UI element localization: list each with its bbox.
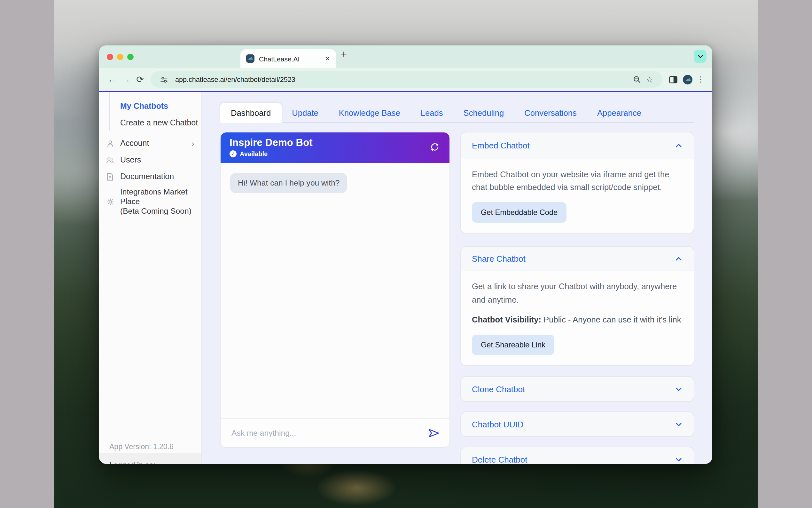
share-chatbot-body: Get a link to share your Chatbot with an… bbox=[461, 271, 694, 365]
tab-title: ChatLease.AI bbox=[259, 55, 325, 62]
share-description: Get a link to share your Chatbot with an… bbox=[472, 281, 683, 306]
embed-chatbot-body: Embed Chatbot on your website via iframe… bbox=[461, 159, 694, 233]
sidebar-item-users[interactable]: Users bbox=[99, 152, 201, 168]
get-embeddable-code-button[interactable]: Get Embeddable Code bbox=[472, 203, 567, 223]
site-favicon-icon bbox=[246, 54, 254, 63]
embed-description: Embed Chatbot on your website via iframe… bbox=[472, 168, 683, 194]
bot-message-bubble: Hi! What can I help you with? bbox=[230, 173, 347, 193]
chevron-down-icon bbox=[674, 420, 683, 428]
chevron-up-icon bbox=[674, 141, 683, 150]
get-shareable-link-button[interactable]: Get Shareable Link bbox=[472, 335, 554, 355]
chat-input[interactable] bbox=[230, 428, 428, 438]
browser-window: ChatLease.AI × + ← → ⟳ app.chatlease.ai/… bbox=[99, 45, 712, 464]
side-panel-icon[interactable] bbox=[666, 75, 680, 84]
delete-chatbot-header[interactable]: Delete Chatbot bbox=[461, 447, 694, 464]
screenshot-root: ChatLease.AI × + ← → ⟳ app.chatlease.ai/… bbox=[0, 0, 812, 508]
tab-dashboard[interactable]: Dashboard bbox=[220, 103, 282, 123]
status-text: Available bbox=[240, 151, 268, 157]
tab-search-chevron-button[interactable] bbox=[694, 50, 707, 63]
sidebar-item-account[interactable]: Account › bbox=[99, 135, 201, 152]
tab-leads[interactable]: Leads bbox=[411, 103, 453, 122]
browser-menu-icon[interactable]: ⋮ bbox=[695, 75, 707, 84]
chat-header: Inspire Demo Bot ✓ Available bbox=[221, 132, 449, 163]
window-minimize-button[interactable] bbox=[117, 54, 124, 60]
embed-chatbot-header[interactable]: Embed Chatbot bbox=[461, 132, 694, 159]
users-icon bbox=[105, 156, 114, 164]
browser-tab-strip: ChatLease.AI × + bbox=[99, 45, 712, 68]
sidebar: My Chatbots Create a new Chatbot Account… bbox=[99, 92, 202, 464]
tab-conversations[interactable]: Conversations bbox=[514, 103, 587, 122]
send-icon[interactable] bbox=[428, 428, 440, 438]
window-close-button[interactable] bbox=[107, 54, 113, 60]
site-settings-icon[interactable] bbox=[157, 75, 170, 84]
visibility-line: Chatbot Visibility: Public - Anyone can … bbox=[472, 313, 683, 326]
integrations-label: Integrations Market Place bbox=[120, 187, 188, 206]
tab-knowledge-base[interactable]: Knowledge Base bbox=[329, 103, 411, 122]
new-tab-button[interactable]: + bbox=[341, 49, 347, 60]
chat-messages: Hi! What can I help you with? bbox=[221, 163, 449, 418]
address-bar[interactable]: app.chatlease.ai/en/chatbot/detail/2523 … bbox=[151, 71, 662, 88]
visibility-label: Chatbot Visibility: bbox=[472, 315, 541, 324]
window-zoom-button[interactable] bbox=[127, 54, 134, 60]
chevron-up-icon bbox=[674, 255, 683, 263]
chevron-down-icon bbox=[697, 53, 704, 60]
share-chatbot-card: Share Chatbot Get a link to share your C… bbox=[460, 247, 695, 366]
window-controls bbox=[107, 54, 134, 60]
chatbot-uuid-header[interactable]: Chatbot UUID bbox=[461, 412, 694, 436]
logged-in-text: Logged in as: bbox=[109, 461, 155, 464]
sidebar-item-my-chatbots[interactable]: My Chatbots bbox=[99, 98, 201, 115]
browser-toolbar: ← → ⟳ app.chatlease.ai/en/chatbot/detail… bbox=[99, 68, 712, 91]
sidebar-footer: Logged in as: bbox=[99, 453, 201, 464]
clone-chatbot-header[interactable]: Clone Chatbot bbox=[461, 377, 694, 401]
share-chatbot-header[interactable]: Share Chatbot bbox=[461, 247, 694, 271]
embed-chatbot-card: Embed Chatbot Embed Chatbot on your webs… bbox=[460, 132, 695, 234]
sidebar-item-create-chatbot[interactable]: Create a new Chatbot bbox=[99, 115, 201, 131]
chevron-right-icon: › bbox=[191, 139, 194, 147]
back-icon[interactable]: ← bbox=[105, 75, 119, 84]
chatbot-uuid-card: Chatbot UUID bbox=[460, 411, 695, 437]
actions-column: Embed Chatbot Embed Chatbot on your webs… bbox=[460, 132, 695, 464]
bot-name: Inspire Demo Bot bbox=[230, 137, 440, 149]
dashboard-columns: Inspire Demo Bot ✓ Available Hi! What ca… bbox=[220, 132, 695, 464]
document-icon bbox=[105, 172, 114, 181]
url-text[interactable]: app.chatlease.ai/en/chatbot/detail/2523 bbox=[175, 76, 630, 83]
page-content: My Chatbots Create a new Chatbot Account… bbox=[99, 92, 712, 464]
profile-avatar[interactable] bbox=[683, 75, 692, 84]
bot-status: ✓ Available bbox=[230, 151, 440, 157]
close-tab-icon[interactable]: × bbox=[325, 54, 331, 63]
delete-chatbot-card: Delete Chatbot bbox=[460, 447, 695, 464]
app-version-text: App Version: 1.20.6 bbox=[109, 443, 174, 451]
chevron-down-icon bbox=[674, 455, 683, 464]
gear-icon bbox=[105, 197, 114, 206]
chat-input-row bbox=[221, 418, 449, 447]
main-area: Dashboard Update Knowledge Base Leads Sc… bbox=[202, 92, 712, 464]
tab-update[interactable]: Update bbox=[282, 103, 329, 122]
sidebar-item-integrations[interactable]: Integrations Market Place(Beta Coming So… bbox=[99, 187, 201, 216]
avatar-roof-icon bbox=[684, 76, 691, 83]
clone-chatbot-card: Clone Chatbot bbox=[460, 376, 695, 402]
bookmark-star-icon[interactable]: ☆ bbox=[643, 75, 656, 84]
forward-icon[interactable]: → bbox=[119, 75, 133, 84]
toolbar-right: ⋮ bbox=[666, 75, 707, 84]
check-circle-icon: ✓ bbox=[230, 151, 237, 157]
chevron-down-icon bbox=[674, 385, 683, 393]
reload-icon[interactable]: ⟳ bbox=[133, 75, 147, 84]
tab-scheduling[interactable]: Scheduling bbox=[453, 103, 514, 122]
sidebar-item-documentation[interactable]: Documentation bbox=[99, 168, 201, 185]
refresh-chat-icon[interactable] bbox=[430, 142, 440, 155]
integrations-sublabel: (Beta Coming Soon) bbox=[120, 206, 191, 215]
dashboard-tab-bar: Dashboard Update Knowledge Base Leads Sc… bbox=[220, 103, 695, 123]
chat-preview-card: Inspire Demo Bot ✓ Available Hi! What ca… bbox=[220, 132, 450, 448]
browser-tab[interactable]: ChatLease.AI × bbox=[240, 49, 336, 68]
zoom-out-icon[interactable] bbox=[630, 75, 643, 84]
visibility-value: Public - Anyone can use it with it's lin… bbox=[543, 315, 681, 324]
tab-appearance[interactable]: Appearance bbox=[587, 103, 652, 122]
person-icon bbox=[105, 139, 114, 148]
